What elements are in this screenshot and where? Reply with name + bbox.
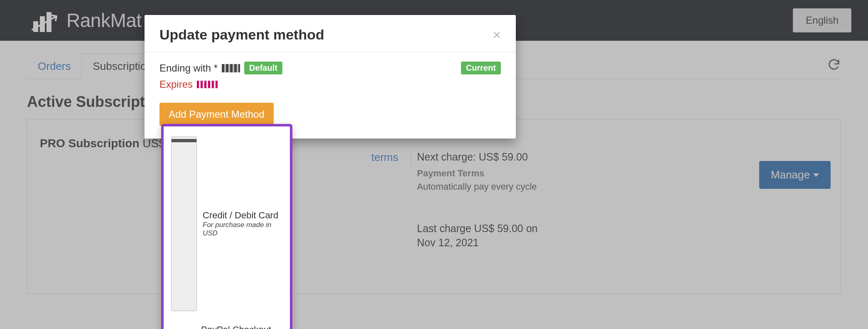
expiry-redacted <box>197 81 218 88</box>
update-payment-modal: Update payment method × Ending with * De… <box>145 15 516 139</box>
method-desc: For purchase made in USD <box>203 221 282 237</box>
modal-title: Update payment method <box>159 27 324 43</box>
add-payment-method-button[interactable]: Add Payment Method <box>159 103 274 126</box>
payment-method-dropdown: Credit / Debit Card For purchase made in… <box>161 124 292 329</box>
method-title: Credit / Debit Card <box>203 210 282 220</box>
method-title: PayPal Checkout <box>201 324 282 329</box>
method-option-paypal[interactable]: PayPal PayPal Checkout For purchase made… <box>169 319 284 329</box>
current-badge: Current <box>461 62 501 74</box>
credit-card-icon <box>171 136 197 311</box>
default-badge: Default <box>244 62 282 74</box>
method-option-card[interactable]: Credit / Debit Card For purchase made in… <box>169 131 284 316</box>
expires-label: Expires <box>159 79 193 90</box>
close-icon[interactable]: × <box>493 27 501 43</box>
ending-with-label: Ending with * <box>159 62 218 74</box>
card-last-digits-redacted <box>222 64 240 72</box>
